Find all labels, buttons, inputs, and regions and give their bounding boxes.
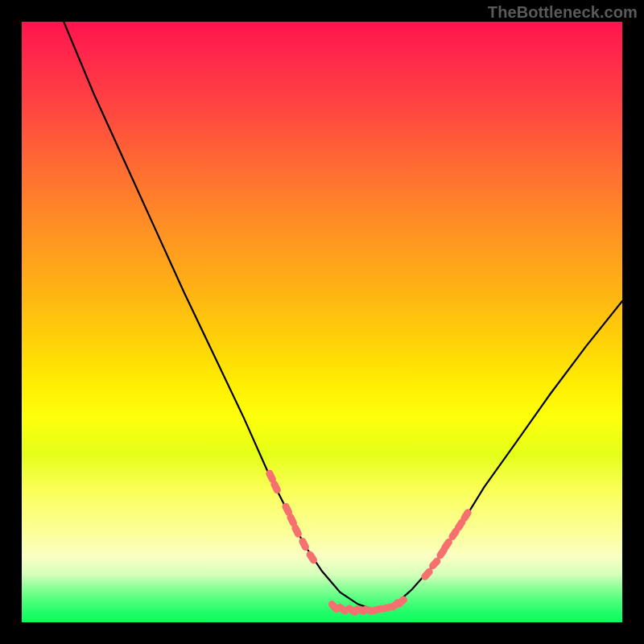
watermark-text: TheBottleneck.com — [488, 3, 638, 22]
plot-area — [22, 22, 622, 622]
curves-layer — [22, 22, 622, 622]
bottleneck-curve — [64, 22, 622, 610]
marker-group — [265, 469, 473, 617]
